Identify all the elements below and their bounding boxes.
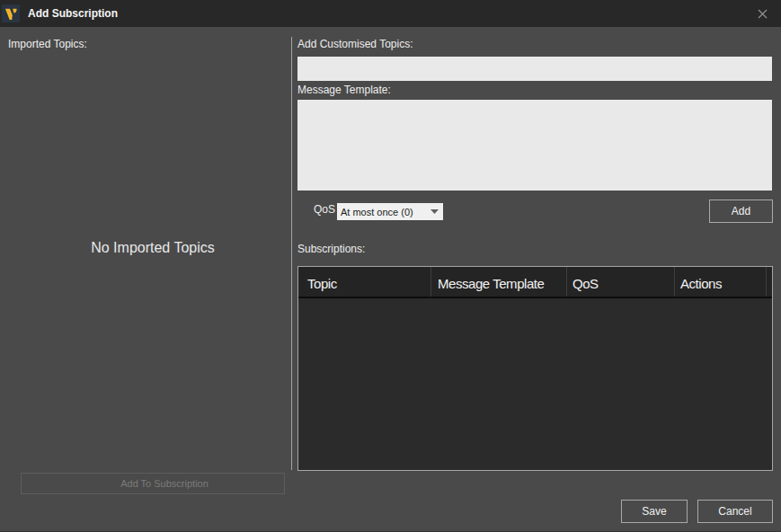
cancel-button[interactable]: Cancel <box>697 500 773 523</box>
column-header-actions[interactable]: Actions <box>680 269 722 298</box>
customised-topics-label: Add Customised Topics: <box>297 38 413 50</box>
titlebar: Add Subscription <box>0 0 781 27</box>
customised-topic-input[interactable] <box>297 57 772 81</box>
qos-selected-value: At most once (0) <box>337 207 425 217</box>
save-button[interactable]: Save <box>621 500 688 523</box>
column-header-qos[interactable]: QoS <box>572 269 599 298</box>
qos-label: QoS <box>314 203 335 216</box>
chevron-down-icon <box>425 209 443 214</box>
window-title: Add Subscription <box>28 0 118 27</box>
subscriptions-table-header: Topic Message Template QoS Actions <box>298 267 772 298</box>
close-icon <box>758 9 768 19</box>
app-logo-icon <box>2 4 20 22</box>
subscriptions-table: Topic Message Template QoS Actions <box>297 266 773 471</box>
add-button[interactable]: Add <box>709 200 773 223</box>
add-subscription-dialog: Add Subscription Imported Topics: No Imp… <box>0 0 781 532</box>
column-header-template[interactable]: Message Template <box>438 269 544 298</box>
message-template-label: Message Template: <box>297 84 391 96</box>
message-template-textarea[interactable] <box>297 100 772 191</box>
column-header-topic[interactable]: Topic <box>307 269 337 298</box>
qos-dropdown[interactable]: At most once (0) <box>337 203 443 220</box>
imported-topics-label: Imported Topics: <box>8 38 87 50</box>
add-to-subscription-button[interactable]: Add To Subscription <box>21 473 285 494</box>
subscriptions-label: Subscriptions: <box>297 243 365 255</box>
panel-divider <box>291 37 292 470</box>
no-imported-topics-text: No Imported Topics <box>22 240 284 256</box>
close-button[interactable] <box>743 0 781 27</box>
